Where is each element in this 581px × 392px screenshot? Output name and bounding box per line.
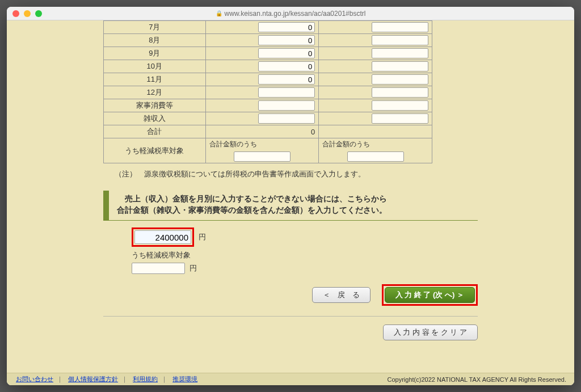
household-sub-input[interactable] [372,100,428,111]
close-icon[interactable] [12,10,19,17]
section-heading: 売上（収入）金額を月別に入力することができない場合には、こちらから 合計金額（雑… [103,191,478,221]
month-input-aug[interactable] [258,35,315,45]
sub-total-label: 合計金額のうち [322,140,428,149]
total-label: 合計 [104,125,206,138]
back-button[interactable]: ＜ 戻 る [312,287,371,303]
minimize-icon[interactable] [24,10,31,17]
titlebar: 🔒 www.keisan.nta.go.jp/kessan/ac/aa0201#… [7,7,574,20]
row-label: 雑収入 [104,112,206,125]
next-button[interactable]: 入 力 終 了 (次 へ) ＞ [385,287,475,303]
unit-label: 円 [190,263,197,273]
section-line2: 合計金額（雑収入・家事消費等の金額を含んだ金額）を入力してください。 [117,205,472,216]
table-note: （注） 源泉徴収税額については所得税の申告書等作成画面で入力します。 [115,169,489,179]
month-sub-input[interactable] [372,35,428,45]
total-amount-input[interactable] [134,230,191,244]
total-amount-row: 円 [132,227,489,247]
footer-link-terms[interactable]: 利用規約 [133,376,158,382]
month-label: 12月 [104,86,206,99]
highlight-box: 入 力 終 了 (次 へ) ＞ [382,284,478,306]
footer-link-contact[interactable]: お問い合わせ [16,376,53,382]
value-cell [205,21,319,34]
misc-input[interactable] [258,113,315,124]
table-row: 12月 [104,86,432,99]
footer-link-env[interactable]: 推奨環境 [172,376,197,382]
month-input-nov[interactable] [258,74,315,85]
footer-links: お問い合わせ｜ 個人情報保護方針｜ 利用規約｜ 推奨環境 [15,375,199,383]
month-input-oct[interactable] [258,61,315,71]
table-row: 8月 [104,34,432,47]
table-row: 7月 [104,21,432,34]
month-sub-input[interactable] [372,22,428,32]
month-input-jul[interactable] [258,22,315,32]
sub-total-cell: 合計金額のうち [205,138,319,163]
month-sub-input[interactable] [372,61,428,71]
clear-row: 入 力 内 容 を ク リ ア [103,317,478,352]
highlight-box [132,227,194,247]
table-row: 雑収入 [104,112,432,125]
app-window: 🔒 www.keisan.nta.go.jp/kessan/ac/aa0201#… [7,7,574,385]
sub-total-label: 合計金額のうち [209,140,315,149]
url-bar[interactable]: 🔒 www.keisan.nta.go.jp/kessan/ac/aa0201#… [216,10,366,18]
month-sub-input[interactable] [372,48,428,58]
table-row: 11月 [104,73,432,86]
row-label: 家事消費等 [104,99,206,112]
total-row: 合計 0 [104,125,432,138]
month-sub-input[interactable] [372,87,428,98]
month-label: 9月 [104,47,206,60]
total-value: 0 [205,125,319,138]
table-row: 9月 [104,47,432,60]
url-text: www.keisan.nta.go.jp/kessan/ac/aa0201#bs… [225,10,366,18]
table-row: 10月 [104,60,432,73]
section-line1: 売上（収入）金額を月別に入力することができない場合には、こちらから [117,194,472,204]
month-input-sep[interactable] [258,48,315,58]
monthly-table: 7月 8月 9月 10月 [103,20,432,163]
sub-tax-amount-row: 円 [132,263,489,274]
traffic-lights [12,10,42,17]
sub-total-input-1[interactable] [234,151,290,162]
amount-sub-tax-label: うち軽減税率対象 [132,250,489,260]
month-label: 10月 [104,60,206,73]
footer-link-privacy[interactable]: 個人情報保護方針 [68,376,118,382]
sub-tax-amount-input[interactable] [132,263,185,274]
unit-label: 円 [199,232,206,242]
sub-tax-label: うち軽減税率対象 [104,138,206,163]
month-label: 8月 [104,34,206,47]
copyright-text: Copyright(c)2022 NATIONAL TAX AGENCY All… [388,376,566,383]
household-input[interactable] [258,100,315,111]
page-content: 7月 8月 9月 10月 [7,20,574,385]
button-row: ＜ 戻 る 入 力 終 了 (次 へ) ＞ [103,277,478,317]
sub-tax-row: うち軽減税率対象 合計金額のうち 合計金額のうち [104,138,432,163]
sub-total-cell: 合計金額のうち [319,138,432,163]
month-label: 11月 [104,73,206,86]
month-label: 7月 [104,21,206,34]
misc-sub-input[interactable] [372,113,428,124]
table-row: 家事消費等 [104,99,432,112]
sub-total-input-2[interactable] [347,151,404,162]
clear-button[interactable]: 入 力 内 容 を ク リ ア [383,324,478,340]
month-input-dec[interactable] [258,87,315,98]
maximize-icon[interactable] [35,10,42,17]
total-sub [319,125,432,138]
footer: お問い合わせ｜ 個人情報保護方針｜ 利用規約｜ 推奨環境 Copyright(c… [7,373,574,385]
month-sub-input[interactable] [372,74,428,85]
sub-cell [319,21,432,34]
lock-icon: 🔒 [216,10,222,16]
